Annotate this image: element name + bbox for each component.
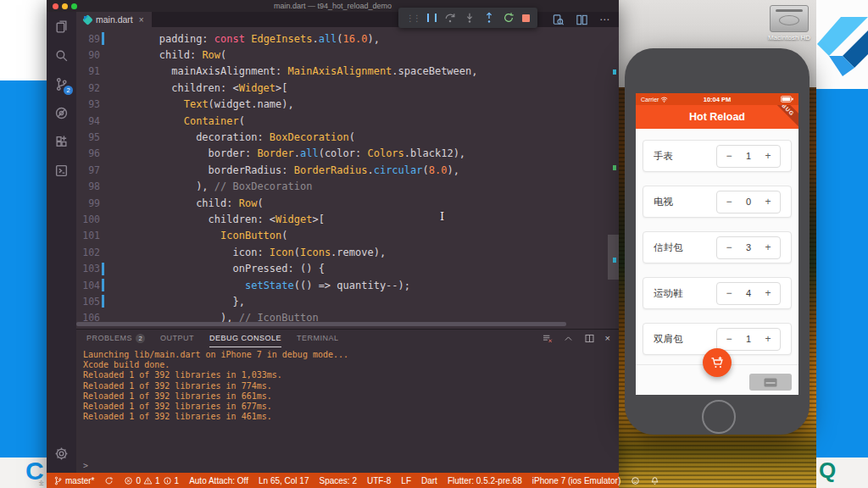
line-number: 102 <box>76 247 100 258</box>
modified-line-indicator <box>102 213 104 225</box>
line-number: 89 <box>76 33 100 45</box>
decrement-button[interactable]: − <box>717 241 741 253</box>
source-control-icon[interactable]: 2 <box>47 69 76 98</box>
decrement-button[interactable]: − <box>717 196 741 208</box>
code-line[interactable]: 101 IconButton( <box>76 228 619 244</box>
increment-button[interactable]: + <box>756 241 780 253</box>
simulator-keyboard-button[interactable] <box>749 374 792 391</box>
encoding-item[interactable]: UTF-8 <box>367 476 391 485</box>
step-out-icon[interactable] <box>483 12 495 24</box>
split-editor-icon[interactable] <box>576 14 588 26</box>
flutter-version-item[interactable]: Flutter: 0.5.2-pre.68 <box>448 476 522 485</box>
modified-line-indicator <box>102 98 104 111</box>
clear-console-icon[interactable] <box>542 333 553 344</box>
code-line[interactable]: 95 decoration: BoxDecoration( <box>76 129 619 145</box>
indentation-item[interactable]: Spaces: 2 <box>320 476 357 485</box>
add-to-cart-fab[interactable] <box>703 348 732 377</box>
product-name: 电视 <box>654 196 673 208</box>
feedback-smiley-icon[interactable] <box>631 476 640 485</box>
device-item[interactable]: iPhone 7 (ios Emulator) <box>532 476 621 485</box>
maximize-panel-icon[interactable] <box>563 333 574 344</box>
code-text: setState(() => quantity--); <box>110 280 410 291</box>
code-line[interactable]: 97 borderRadius: BorderRadius.circular(8… <box>76 162 619 178</box>
code-line[interactable]: 104 setState(() => quantity--); <box>76 277 619 293</box>
code-line[interactable]: 89 padding: const EdgeInsets.all(16.0), <box>76 30 619 47</box>
code-line[interactable]: 102 icon: Icon(Icons.remove), <box>76 244 619 260</box>
decrement-button[interactable]: − <box>717 287 741 299</box>
problems-item[interactable]: 0 1 1 <box>124 476 179 485</box>
settings-gear-icon[interactable] <box>47 439 76 468</box>
home-button[interactable] <box>702 400 736 434</box>
extensions-icon[interactable] <box>47 127 76 156</box>
editor-tab-bar: main.dart × ⋯ <box>76 12 619 27</box>
open-preview-icon[interactable] <box>552 14 565 26</box>
increment-button[interactable]: + <box>756 287 780 299</box>
restart-icon[interactable] <box>503 12 515 24</box>
explorer-icon[interactable] <box>47 12 76 41</box>
code-line[interactable]: 90 child: Row( <box>76 47 619 63</box>
code-line[interactable]: 99 child: Row( <box>76 195 619 211</box>
tab-main-dart[interactable]: main.dart × <box>76 12 152 27</box>
code-line[interactable]: 93 Text(widget.name), <box>76 97 619 113</box>
tab-close-icon[interactable]: × <box>139 15 144 25</box>
code-text: onPressed: () { <box>110 263 325 274</box>
drag-handle-icon[interactable]: ⋮⋮ <box>406 14 420 23</box>
panel-actions: × <box>542 333 619 344</box>
overview-ruler-mark <box>613 165 616 170</box>
horizontal-scrollbar[interactable] <box>76 322 566 326</box>
search-icon[interactable] <box>47 41 76 69</box>
split-panel-icon[interactable] <box>584 333 595 344</box>
language-mode-item[interactable]: Dart <box>421 476 437 485</box>
flutter-panel-icon[interactable] <box>47 156 76 185</box>
tab-label: main.dart <box>96 14 133 25</box>
code-text: ), // BoxDecoration <box>110 180 312 192</box>
macintosh-hd-shortcut[interactable]: Macintosh HD <box>767 5 811 42</box>
decrement-button[interactable]: − <box>717 333 741 345</box>
auto-attach-item[interactable]: Auto Attach: Off <box>189 476 248 485</box>
quantity-stepper: − 1 + <box>716 145 781 168</box>
warning-icon <box>143 476 153 485</box>
code-line[interactable]: 96 border: Border.all(color: Colors.blac… <box>76 146 619 162</box>
console-prompt-icon[interactable]: > <box>83 461 88 470</box>
step-over-icon[interactable] <box>444 12 456 24</box>
git-branch-item[interactable]: master* <box>53 476 94 485</box>
stop-icon[interactable] <box>522 14 530 22</box>
code-line[interactable]: 94 Container( <box>76 113 619 129</box>
modified-line-indicator <box>102 180 104 193</box>
code-text: border: Border.all(color: Colors.black12… <box>110 147 465 159</box>
code-line[interactable]: 105 }, <box>76 293 619 309</box>
sync-item[interactable] <box>104 476 114 485</box>
info-icon <box>163 476 172 485</box>
console-line: Xcode build done. <box>83 360 619 370</box>
eol-item[interactable]: LF <box>401 476 411 485</box>
close-panel-icon[interactable]: × <box>605 333 610 343</box>
product-list: 手表 − 1 + 电视 − 0 + 信封包 − 3 + 运 <box>636 129 798 369</box>
code-line[interactable]: 98 ), // BoxDecoration <box>76 179 619 195</box>
tab-debug-console[interactable]: DEBUG CONSOLE <box>209 330 281 347</box>
modified-line-indicator <box>102 81 104 94</box>
code-line[interactable]: 92 children: <Widget>[ <box>76 80 619 96</box>
app-title: Hot Reload <box>689 111 745 123</box>
tab-terminal[interactable]: TERMINAL <box>297 330 339 347</box>
cursor-position-item[interactable]: Ln 65, Col 17 <box>259 476 309 485</box>
code-line[interactable]: 100 children: <Widget>[ <box>76 211 619 227</box>
flutter-logo-icon <box>817 17 868 76</box>
step-into-icon[interactable] <box>464 12 476 24</box>
tab-problems[interactable]: PROBLEMS 2 <box>86 330 145 347</box>
mouse-ibeam-cursor: I <box>440 210 447 221</box>
quantity-stepper: − 0 + <box>716 191 781 214</box>
increment-button[interactable]: + <box>756 196 780 208</box>
tab-output[interactable]: OUTPUT <box>160 330 194 347</box>
code-line[interactable]: 91 mainAxisAlignment: MainAxisAlignment.… <box>76 64 619 80</box>
decrement-button[interactable]: − <box>717 150 741 162</box>
pause-icon[interactable] <box>427 14 437 22</box>
debug-console-output[interactable]: Launching lib/main.dart on iPhone 7 in d… <box>76 347 619 422</box>
debug-icon[interactable] <box>47 98 76 127</box>
code-editor[interactable]: 89 padding: const EdgeInsets.all(16.0),9… <box>76 27 619 329</box>
code-line[interactable]: 103 onPressed: () { <box>76 260 619 276</box>
increment-button[interactable]: + <box>756 150 780 162</box>
product-card: 手表 − 1 + <box>643 140 792 172</box>
notifications-bell-icon[interactable] <box>650 476 659 485</box>
more-actions-icon[interactable]: ⋯ <box>599 14 610 25</box>
increment-button[interactable]: + <box>756 333 780 345</box>
